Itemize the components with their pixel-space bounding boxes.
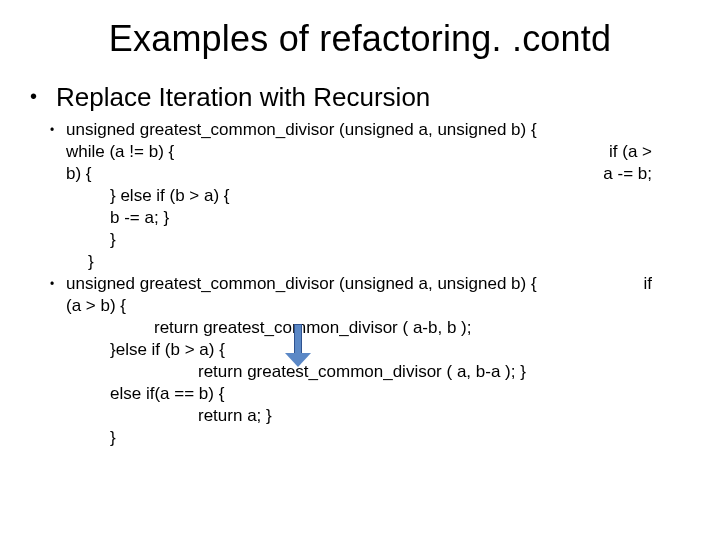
- bullet-icon: •: [30, 82, 56, 110]
- code-block-2: • unsigned greatest_common_divisor (unsi…: [30, 273, 690, 449]
- code-line: return greatest_common_divisor ( a-b, b …: [66, 317, 690, 339]
- code-line: unsigned greatest_common_divisor (unsign…: [66, 119, 690, 141]
- code-line: }: [66, 251, 690, 273]
- code-line: unsigned greatest_common_divisor (unsign…: [66, 274, 537, 293]
- code-line: while (a != b) {: [66, 142, 174, 161]
- code-line: b) {: [66, 163, 690, 185]
- code-fragment: a -= b;: [603, 163, 652, 185]
- code-fragment: if: [644, 273, 653, 295]
- bullet-icon: •: [30, 273, 66, 295]
- down-arrow-icon: [285, 324, 311, 368]
- code-line: }: [66, 427, 690, 449]
- code-line: return greatest_common_divisor ( a, b-a …: [66, 361, 690, 383]
- slide-title: Examples of refactoring. .contd: [30, 18, 690, 60]
- bullet-icon: •: [30, 119, 66, 141]
- code-fragment: if (a >: [609, 141, 652, 163]
- code-line: }: [66, 229, 690, 251]
- code-line: (a > b) {: [66, 295, 690, 317]
- code-block-1: • unsigned greatest_common_divisor (unsi…: [30, 119, 690, 273]
- code-line: }else if (b > a) {: [66, 339, 690, 361]
- code-body-1: unsigned greatest_common_divisor (unsign…: [66, 119, 690, 273]
- code-line: b -= a; }: [66, 207, 690, 229]
- slide: Examples of refactoring. .contd • Replac…: [0, 0, 720, 540]
- subheading: Replace Iteration with Recursion: [56, 82, 430, 113]
- code-line: } else if (b > a) {: [66, 185, 690, 207]
- subheading-row: • Replace Iteration with Recursion: [30, 82, 690, 113]
- code-line: else if(a == b) {: [66, 383, 690, 405]
- code-body-2: unsigned greatest_common_divisor (unsign…: [66, 273, 690, 449]
- code-line: return a; }: [66, 405, 690, 427]
